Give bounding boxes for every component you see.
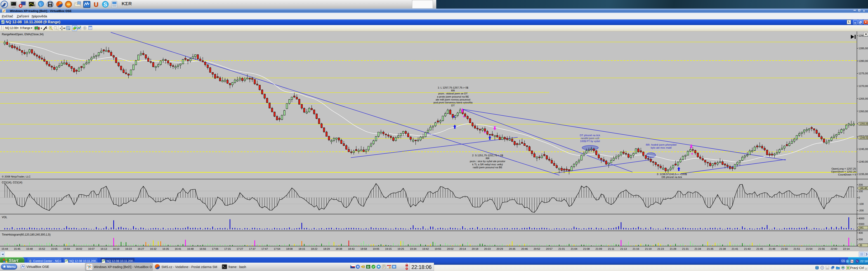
svg-text:1285,00: 1285,00 [859, 47, 868, 50]
svg-text:1: L 1257,75-1257,75-> 0$: 1: L 1257,75-1257,75-> 0$ [438, 86, 468, 89]
svg-text:0: 0 [859, 196, 860, 199]
svg-text:22:00: 22:00 [831, 247, 837, 250]
svg-text:D: D [367, 265, 369, 269]
svg-text:16:07: 16:07 [88, 247, 95, 250]
svg-text:U: U [94, 1, 98, 8]
svg-text:18:29: 18:29 [323, 247, 330, 250]
svg-text:16:32: 16:32 [150, 247, 157, 250]
svg-text:20:35: 20:35 [509, 247, 515, 250]
svg-text:21:54: 21:54 [806, 247, 812, 250]
svg-text:21:41: 21:41 [732, 247, 738, 250]
svg-text:21:08: 21:08 [583, 247, 590, 250]
svg-text:1249,51: 1249,51 [860, 136, 868, 139]
svg-text:20:23: 20:23 [484, 247, 491, 250]
svg-text:2000: 2000 [859, 223, 864, 225]
svg-text:1235,00: 1235,00 [859, 173, 868, 175]
svg-text:DT přesně na tick: DT přesně na tick [580, 134, 600, 137]
svg-text:17:15: 17:15 [224, 247, 231, 250]
svg-text:21:31: 21:31 [682, 247, 689, 250]
svg-text:16:13: 16:13 [101, 247, 107, 250]
svg-text:15:59: 15:59 [63, 247, 70, 250]
svg-text:21:51: 21:51 [794, 247, 800, 250]
svg-text:RR: RR [451, 89, 455, 92]
svg-text:16:23: 16:23 [125, 247, 132, 250]
svg-text:17:37: 17:37 [249, 247, 256, 250]
svg-text:18:15: 18:15 [299, 247, 305, 250]
svg-text:18:22: 18:22 [311, 247, 317, 250]
svg-text:16:41: 16:41 [175, 247, 181, 250]
svg-text:21:04: 21:04 [571, 247, 577, 250]
svg-text:15:55: 15:55 [51, 247, 58, 250]
svg-text:DB přesně na tick: DB přesně na tick [662, 176, 682, 178]
svg-text:1240,00: 1240,00 [859, 160, 868, 163]
svg-text:-200: -200 [859, 209, 864, 212]
svg-text:21:23: 21:23 [657, 247, 664, 250]
svg-text:21:35: 21:35 [707, 247, 713, 250]
svg-text:1245,00: 1245,00 [859, 148, 868, 150]
svg-text:2: S 1251,75-1251,75-> 0$: 2: S 1251,75-1251,75-> 0$ [472, 154, 503, 157]
svg-text:21:09: 21:09 [596, 247, 602, 250]
svg-text:VOL: VOL [2, 216, 7, 219]
svg-text:20:14: 20:14 [459, 247, 466, 250]
svg-text:1275,00: 1275,00 [859, 72, 868, 75]
svg-text:1270,00: 1270,00 [859, 85, 868, 88]
svg-text:200: 200 [859, 238, 863, 241]
svg-text:16:19: 16:19 [113, 247, 119, 250]
svg-text:OpenShort = 1252,26: OpenShort = 1252,26 [831, 170, 856, 173]
svg-text:15:45: 15:45 [14, 247, 20, 250]
svg-text:35: 35 [860, 244, 862, 247]
svg-text:18:58: 18:58 [360, 247, 367, 250]
svg-text:21:56: 21:56 [818, 247, 825, 250]
svg-text:16:27: 16:27 [138, 247, 144, 250]
svg-text:nestihl jsem vzít: nestihl jsem vzít [581, 137, 599, 140]
svg-text:18:43: 18:43 [348, 247, 355, 250]
svg-text:21:43: 21:43 [744, 247, 751, 250]
svg-text:21:48: 21:48 [769, 247, 775, 250]
svg-text:20:57: 20:57 [546, 247, 553, 250]
svg-text:k TL a SR nebyl moc velký: k TL a SR nebyl moc velký [472, 163, 503, 166]
svg-text:1255,00: 1255,00 [860, 123, 868, 125]
svg-text:21:34: 21:34 [694, 247, 701, 250]
svg-text:20:46: 20:46 [521, 247, 528, 250]
svg-text:200: 200 [859, 183, 863, 186]
svg-text:100: 100 [859, 190, 863, 193]
svg-text:15:44: 15:44 [2, 247, 8, 250]
svg-text:4000: 4000 [859, 217, 864, 220]
svg-text:TimeHistogram(60,120,180,240,3: TimeHistogram(60,120,180,240,300,1,5) [2, 233, 51, 236]
svg-text:pozn.: obával jsem se DT: pozn.: obával jsem se DT [438, 92, 468, 95]
svg-text:21:19: 21:19 [645, 247, 652, 250]
svg-text:a proto jsem posunul na BE: a proto jsem posunul na BE [437, 95, 469, 98]
svg-text:20:29: 20:29 [497, 247, 503, 250]
svg-text:19:34: 19:34 [410, 247, 416, 250]
svg-text:$: $ [84, 27, 86, 30]
svg-text:1280,00: 1280,00 [859, 60, 868, 62]
svg-text:21:11: 21:11 [608, 247, 614, 250]
svg-text:DT: DT [451, 104, 455, 107]
svg-text:20:52: 20:52 [534, 247, 540, 250]
svg-text:17:47: 17:47 [261, 247, 268, 250]
svg-text:19:25: 19:25 [398, 247, 404, 250]
svg-text:146,48: 146,48 [860, 187, 867, 190]
svg-text:21:13: 21:13 [620, 247, 627, 250]
svg-text:18:08: 18:08 [286, 247, 293, 250]
svg-text:21:28: 21:28 [670, 247, 676, 250]
svg-text:OpenLong = 1257,25: OpenLong = 1257,25 [832, 167, 856, 170]
svg-text:21:01: 21:01 [558, 247, 565, 250]
svg-text:RR: RR [486, 157, 490, 160]
svg-text:16:35: 16:35 [162, 247, 169, 250]
svg-text:17:54: 17:54 [274, 247, 280, 250]
svg-text:100$ PT by vyšel: 100$ PT by vyšel [580, 140, 600, 142]
svg-text:RR- hodně jsem přemýšlel: RR- hodně jsem přemýšlel [646, 143, 677, 146]
svg-text:16:48: 16:48 [187, 247, 194, 250]
svg-text:CountDown = 9: CountDown = 9 [838, 173, 856, 176]
svg-text:17:27: 17:27 [237, 247, 243, 250]
svg-text:19:55: 19:55 [435, 247, 441, 250]
svg-text:© 2008 NinjaTrader, LLC: © 2008 NinjaTrader, LLC [2, 175, 31, 178]
svg-text:16:56: 16:56 [199, 247, 206, 250]
svg-text:22:14: 22:14 [843, 247, 850, 250]
svg-text:radši jsem posunul na BE: radši jsem posunul na BE [473, 166, 502, 169]
svg-text:17:06: 17:06 [212, 247, 218, 250]
svg-text:19:05: 19:05 [373, 247, 379, 250]
svg-text:21:16: 21:16 [633, 247, 639, 250]
svg-text:RangeNextOpen, EMA(Close,34): RangeNextOpen, EMA(Close,34) [2, 33, 43, 36]
